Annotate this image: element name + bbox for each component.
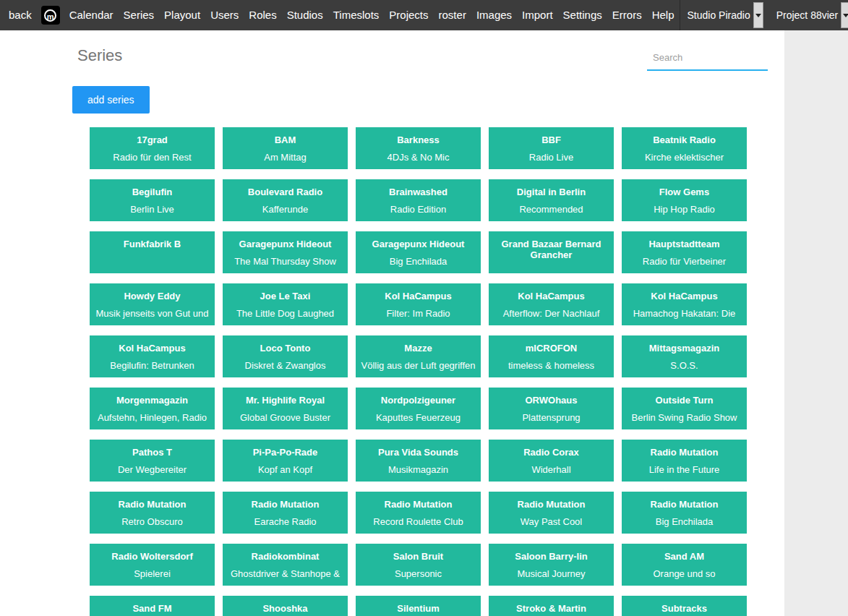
series-card[interactable]: Mr. Highlife RoyalGlobal Groove Buster xyxy=(223,388,348,429)
series-card[interactable]: Pathos TDer Wegbereiter xyxy=(90,440,215,482)
series-card[interactable]: Radio MutationBig Enchilada xyxy=(622,492,747,534)
series-card-subtitle: Life in the Future xyxy=(622,464,747,475)
series-card[interactable]: Stroko & MartinIt's all in a technicolou… xyxy=(489,596,614,616)
series-card[interactable]: MazzeVöllig aus der Luft gegriffen xyxy=(356,335,481,377)
series-card[interactable]: Funkfabrik B xyxy=(90,231,215,273)
series-card[interactable]: RadiokombinatGhostdriver & Stanhope & xyxy=(223,544,348,586)
series-card[interactable]: Kol HaCampusAfterflow: Der Nachlauf xyxy=(489,283,614,325)
series-card-subtitle: Way Past Cool xyxy=(489,516,614,527)
nav-item-import[interactable]: Import xyxy=(517,0,558,30)
series-card[interactable]: ORWOhausPlattensprung xyxy=(489,388,614,429)
series-card[interactable]: Radio MutationRetro Obscuro xyxy=(90,492,215,534)
series-card[interactable]: Radio CoraxWiderhall xyxy=(489,440,614,482)
series-card-title: Howdy Eddy xyxy=(90,291,215,301)
series-card-title: Subtracks xyxy=(622,603,747,614)
series-card-subtitle: 4DJs & No Mic xyxy=(356,152,481,163)
nav-item-studios[interactable]: Studios xyxy=(282,0,328,30)
series-card[interactable]: Beatnik RadioKirche eklektischer xyxy=(622,127,747,169)
series-card-title: Kol HaCampus xyxy=(356,291,481,301)
series-card-subtitle: Völlig aus der Luft gegriffen xyxy=(356,360,481,371)
series-card[interactable]: SilentiumGeschichten xyxy=(356,596,481,616)
series-card-title: 17grad xyxy=(90,134,215,145)
series-card[interactable]: Kol HaCampusHamachog Hakatan: Die xyxy=(622,283,747,325)
series-card[interactable]: Outside TurnBerlin Swing Radio Show xyxy=(622,388,747,429)
series-card-title: Pura Vida Sounds xyxy=(356,447,481,458)
nav-item-calendar[interactable]: Calendar xyxy=(64,0,119,30)
series-card[interactable]: Garagepunx HideoutBig Enchilada xyxy=(356,231,481,273)
series-card-subtitle: Filter: Im Radio xyxy=(356,308,481,319)
series-card-title: BBF xyxy=(489,134,614,145)
nav-item-help[interactable]: Help xyxy=(647,0,680,30)
series-card[interactable]: SubtracksTo Released xyxy=(622,596,747,616)
nav-item-roster[interactable]: roster xyxy=(434,0,471,30)
search-input[interactable] xyxy=(647,46,768,71)
series-card-title: Radio Mutation xyxy=(90,499,215,510)
series-card[interactable]: MorgenmagazinAufstehn, Hinlegen, Radio xyxy=(90,388,215,429)
series-card[interactable]: Kol HaCampusBegilufin: Betrunken xyxy=(90,335,215,377)
series-card[interactable]: mICROFONtimeless & homeless xyxy=(489,335,614,377)
series-card-subtitle: Aufstehn, Hinlegen, Radio xyxy=(90,412,215,423)
series-card[interactable]: Salon BruitSupersonic xyxy=(356,544,481,586)
project-dropdown-button[interactable] xyxy=(841,2,848,28)
series-card[interactable]: 17gradRadio für den Rest xyxy=(90,127,215,169)
series-card-subtitle: Radio für den Rest xyxy=(90,152,215,163)
nav-item-projects[interactable]: Projects xyxy=(384,0,433,30)
chevron-down-icon xyxy=(755,14,761,17)
series-card[interactable]: Radio MutationWay Past Cool xyxy=(489,492,614,534)
series-card[interactable]: Sand AMOrange und so xyxy=(622,544,747,586)
series-card[interactable]: HauptstadtteamRadio für Vierbeiner xyxy=(622,231,747,273)
series-card[interactable]: Radio MutationRecord Roulette Club xyxy=(356,492,481,534)
series-card[interactable]: Grand Bazaar Bernard Grancher xyxy=(489,231,614,273)
series-card[interactable]: ShooshkaJoyful Noise xyxy=(223,596,348,616)
nav-item-series[interactable]: Series xyxy=(119,0,160,30)
project-dropdown-label[interactable]: Project 88vier xyxy=(769,0,841,30)
nav-item-images[interactable]: Images xyxy=(471,0,517,30)
series-card-title: Radio Mutation xyxy=(489,499,614,510)
studio-dropdown-button[interactable] xyxy=(753,2,763,28)
studio-dropdown-label[interactable]: Studio Piradio xyxy=(680,0,753,30)
nav-item-errors[interactable]: Errors xyxy=(607,0,647,30)
series-card[interactable]: NordpolzigeunerKaputtes Feuerzeug xyxy=(356,388,481,429)
series-card[interactable]: Pura Vida SoundsMusikmagazin xyxy=(356,440,481,482)
series-card-subtitle: Supersonic xyxy=(356,568,481,579)
series-card-subtitle: Kopf an Kopf xyxy=(223,464,348,475)
series-card-title: Barkness xyxy=(356,134,481,145)
series-card[interactable]: Barkness4DJs & No Mic xyxy=(356,127,481,169)
series-card-subtitle: Ghostdriver & Stanhope & xyxy=(223,568,348,579)
series-card-title: BAM xyxy=(223,134,348,145)
series-card[interactable]: Digital in BerlinRecommended xyxy=(489,179,614,221)
series-card[interactable]: Flow GemsHip Hop Radio xyxy=(622,179,747,221)
series-card[interactable]: BrainwashedRadio Edition xyxy=(356,179,481,221)
series-card[interactable]: Garagepunx HideoutThe Mal Thursday Show xyxy=(223,231,348,273)
nav-item-back[interactable]: back xyxy=(0,0,37,30)
series-card[interactable]: Kol HaCampusFilter: Im Radio xyxy=(356,283,481,325)
nav-item-playout[interactable]: Playout xyxy=(159,0,205,30)
nav-item-timeslots[interactable]: Timeslots xyxy=(328,0,385,30)
series-card[interactable]: MittagsmagazinS.O.S. xyxy=(622,335,747,377)
series-card-subtitle: S.O.S. xyxy=(622,360,747,371)
series-card[interactable]: BAMAm Mittag xyxy=(223,127,348,169)
series-card[interactable]: Loco TontoDiskret & Zwanglos xyxy=(223,335,348,377)
series-card-title: Pi-Pa-Po-Rade xyxy=(223,447,348,458)
add-series-button[interactable]: add series xyxy=(72,86,150,114)
series-card[interactable]: BBFRadio Live xyxy=(489,127,614,169)
nav-items: CalendarSeriesPlayoutUsersRolesStudiosTi… xyxy=(64,0,680,30)
nav-item-roles[interactable]: Roles xyxy=(244,0,281,30)
logo-icon[interactable]: m xyxy=(41,6,60,25)
series-card[interactable]: Howdy EddyMusik jenseits von Gut und xyxy=(90,283,215,325)
page-title: Series xyxy=(77,46,122,65)
series-card[interactable]: BegilufinBerlin Live xyxy=(90,179,215,221)
series-card[interactable]: Pi-Pa-Po-RadeKopf an Kopf xyxy=(223,440,348,482)
series-card[interactable]: Radio MutationLife in the Future xyxy=(622,440,747,482)
series-card[interactable]: Joe Le TaxiThe Little Dog Laughed xyxy=(223,283,348,325)
series-card[interactable]: Radio WoltersdorfSpielerei xyxy=(90,544,215,586)
series-card[interactable]: Saloon Barry-linMusical Journey xyxy=(489,544,614,586)
series-card[interactable]: Radio MutationEarache Radio xyxy=(223,492,348,534)
series-card-title: Radio Mutation xyxy=(622,447,747,458)
series-card[interactable]: Boulevard RadioKafferunde xyxy=(223,179,348,221)
series-card-title: Garagepunx Hideout xyxy=(356,239,481,249)
series-card[interactable]: Sand FMOrange und Gäste xyxy=(90,596,215,616)
series-card-title: Mr. Highlife Royal xyxy=(223,395,348,406)
nav-item-users[interactable]: Users xyxy=(205,0,244,30)
nav-item-settings[interactable]: Settings xyxy=(558,0,607,30)
